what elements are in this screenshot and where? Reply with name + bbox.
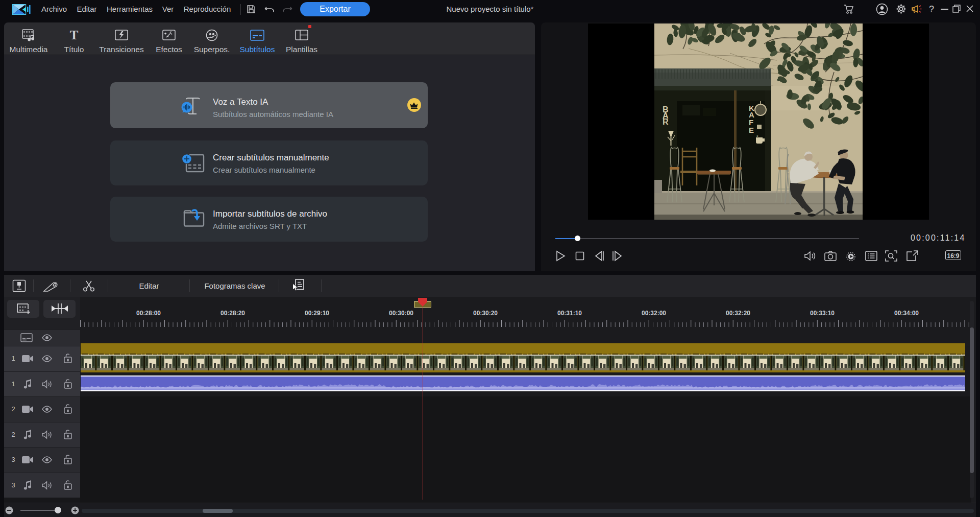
svg-text:E: E	[749, 126, 754, 134]
svg-text:T: T	[70, 29, 79, 41]
svg-text:R: R	[663, 118, 669, 126]
